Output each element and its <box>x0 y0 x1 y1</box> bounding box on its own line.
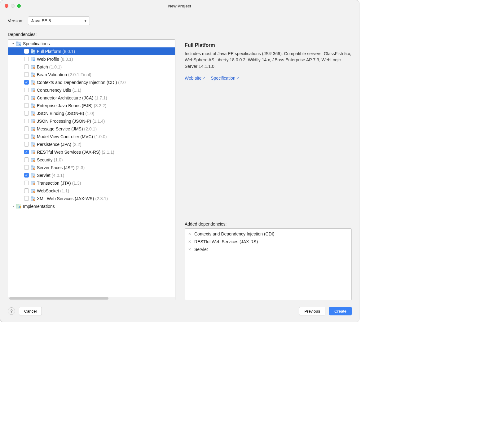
cancel-button[interactable]: Cancel <box>19 307 42 315</box>
tree-item[interactable]: Batch (1.0.1) <box>8 63 175 71</box>
chevron-down-icon[interactable]: ▾ <box>11 204 15 208</box>
tree-item[interactable]: JSON Processing (JSON-P) (1.1.4) <box>8 117 175 125</box>
tree-item-label: Model View Controller (MVC) <box>37 134 93 139</box>
tree-item[interactable]: Server Faces (JSF) (2.3) <box>8 164 175 171</box>
spec-icon <box>31 80 35 85</box>
tree-item[interactable]: Concurrency Utils (1.1) <box>8 86 175 94</box>
tree-item-label: Contexts and Dependency Injection (CDI) <box>37 80 117 85</box>
checkbox[interactable] <box>24 196 29 201</box>
tree-group[interactable]: ▾ Implementations <box>8 202 175 210</box>
chevron-down-icon[interactable]: ▾ <box>11 42 15 45</box>
tree-item-version: (1.7.1) <box>95 95 107 100</box>
checkbox[interactable] <box>24 88 29 92</box>
specification-link[interactable]: Specification↗ <box>211 76 239 81</box>
spec-icon <box>31 88 35 92</box>
tree-group-label: Specifications <box>23 41 50 46</box>
tree-item[interactable]: Transaction (JTA) (1.3) <box>8 179 175 187</box>
version-select[interactable]: Java EE 8 ▼ <box>28 16 90 25</box>
tree-item[interactable]: Contexts and Dependency Injection (CDI) … <box>8 78 175 86</box>
maximize-icon[interactable] <box>17 4 21 8</box>
dialog-footer: ? Cancel Previous Create <box>0 300 359 322</box>
tree-item[interactable]: Enterprise Java Beans (EJB) (3.2.2) <box>8 102 175 109</box>
checkbox[interactable] <box>24 126 29 131</box>
checkbox[interactable] <box>24 188 29 193</box>
tree-item-label: Security <box>37 157 53 162</box>
detail-description: Includes most of Java EE specifications … <box>185 51 352 69</box>
tree-item-label: Servlet <box>37 173 51 178</box>
tree-item-version: (3.2.2) <box>94 103 106 108</box>
close-icon[interactable] <box>5 4 8 8</box>
checkbox[interactable] <box>24 57 29 61</box>
tree-item-label: RESTful Web Services (JAX-RS) <box>37 150 100 155</box>
added-deps-list: ✕ Contexts and Dependency Injection (CDI… <box>185 228 352 300</box>
tree-item[interactable]: Full Platform (8.0.1) <box>8 47 175 55</box>
spec-icon <box>31 119 35 123</box>
new-project-dialog: New Project Version: Java EE 8 ▼ Depende… <box>0 0 359 322</box>
checkbox[interactable] <box>24 157 29 162</box>
tree-item-label: JSON Binding (JSON-B) <box>37 111 84 116</box>
tree-item-version: (2.2) <box>73 142 81 147</box>
tree-item-version: (1.1.4) <box>92 119 105 124</box>
checkbox[interactable] <box>24 103 29 108</box>
tree-item[interactable]: Model View Controller (MVC) (1.0.0) <box>8 133 175 140</box>
checkbox[interactable] <box>24 64 29 69</box>
added-dep-row: ✕ RESTful Web Services (JAX-RS) <box>185 238 351 245</box>
checkbox[interactable] <box>24 111 29 116</box>
tree-item[interactable]: Persistence (JPA) (2.2) <box>8 140 175 148</box>
folder-icon <box>16 42 21 46</box>
tree-item[interactable]: Message Service (JMS) (2.0.1) <box>8 125 175 133</box>
spec-icon <box>31 158 35 162</box>
spec-icon <box>31 150 35 154</box>
tree-item-version: (1.0) <box>85 111 94 116</box>
checkbox[interactable] <box>24 119 29 123</box>
help-button[interactable]: ? <box>8 307 15 315</box>
create-button[interactable]: Create <box>329 307 352 315</box>
tree-item-label: Bean Validation <box>37 72 67 77</box>
tree-item-version: (2.1.1) <box>102 150 114 155</box>
tree-item-version: (8.0.1) <box>63 49 75 54</box>
tree-item[interactable]: Bean Validation (2.0.1.Final) <box>8 71 175 78</box>
spec-icon <box>31 165 35 170</box>
tree-item-label: Full Platform <box>37 49 61 54</box>
tree-item[interactable]: WebSocket (1.1) <box>8 187 175 195</box>
checkbox[interactable] <box>24 95 29 100</box>
dependencies-tree[interactable]: ▾ Specifications Full Platform (8.0.1) W… <box>8 40 175 297</box>
checkbox[interactable] <box>24 134 29 139</box>
remove-icon[interactable]: ✕ <box>188 248 191 251</box>
tree-item[interactable]: RESTful Web Services (JAX-RS) (2.1.1) <box>8 148 175 156</box>
tree-item-label: JSON Processing (JSON-P) <box>37 119 91 124</box>
spec-icon <box>31 173 35 178</box>
checkbox[interactable] <box>24 181 29 185</box>
spec-icon <box>31 142 35 147</box>
remove-icon[interactable]: ✕ <box>188 232 191 236</box>
dependencies-tree-pane: ▾ Specifications Full Platform (8.0.1) W… <box>8 39 175 300</box>
spec-icon <box>31 65 35 69</box>
tree-item[interactable]: Web Profile (8.0.1) <box>8 55 175 63</box>
tree-item-label: WebSocket <box>37 188 59 193</box>
tree-item[interactable]: Servlet (4.0.1) <box>8 171 175 179</box>
tree-item-label: Persistence (JPA) <box>37 142 71 147</box>
horizontal-scrollbar[interactable] <box>8 297 175 300</box>
spec-icon <box>31 189 35 193</box>
checkbox[interactable] <box>24 173 29 178</box>
website-link[interactable]: Web site↗ <box>185 76 205 81</box>
checkbox[interactable] <box>24 165 29 170</box>
checkbox[interactable] <box>24 49 29 54</box>
checkbox[interactable] <box>24 72 29 77</box>
tree-item[interactable]: JSON Binding (JSON-B) (1.0) <box>8 109 175 117</box>
checkbox[interactable] <box>24 80 29 85</box>
spec-icon <box>31 72 35 77</box>
checkbox[interactable] <box>24 150 29 154</box>
tree-item-label: Batch <box>37 64 48 69</box>
tree-group[interactable]: ▾ Specifications <box>8 40 175 47</box>
remove-icon[interactable]: ✕ <box>188 240 191 244</box>
tree-item-version: (1.0) <box>54 157 63 162</box>
spec-icon <box>31 49 35 54</box>
tree-item-version: (1.1) <box>60 188 69 193</box>
checkbox[interactable] <box>24 142 29 147</box>
spec-icon <box>31 57 35 61</box>
tree-item[interactable]: XML Web Services (JAX-WS) (2.3.1) <box>8 195 175 202</box>
previous-button[interactable]: Previous <box>299 307 325 315</box>
tree-item[interactable]: Connector Architecture (JCA) (1.7.1) <box>8 94 175 102</box>
tree-item[interactable]: Security (1.0) <box>8 156 175 164</box>
